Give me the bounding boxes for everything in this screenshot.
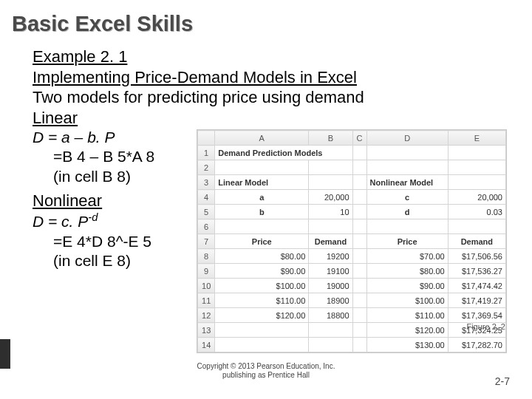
col-header-a[interactable]: A [215,131,309,146]
col-header-b[interactable]: B [309,131,352,146]
cell[interactable]: $17,419.27 [448,293,505,308]
cell[interactable] [215,323,309,338]
cell[interactable] [309,219,352,234]
cell[interactable]: 19200 [309,249,352,264]
cell[interactable] [352,160,366,175]
cell[interactable]: Nonlinear Model [366,175,448,190]
cell[interactable]: $80.00 [366,264,448,279]
table-row: 3 Linear Model Nonlinear Model [198,175,506,190]
cell[interactable]: 20,000 [448,190,505,205]
cell[interactable] [352,205,366,219]
cell[interactable] [352,249,366,264]
cell[interactable] [366,160,448,175]
cell[interactable]: c [366,190,448,205]
row-header[interactable]: 5 [198,205,215,219]
row-header[interactable]: 10 [198,279,215,293]
col-header-e[interactable]: E [448,131,505,146]
cell[interactable]: 19100 [309,264,352,279]
cell[interactable] [352,146,366,160]
cell[interactable]: Demand [309,234,352,249]
row-header[interactable]: 4 [198,190,215,205]
cell[interactable] [352,219,366,234]
row-header[interactable]: 9 [198,264,215,279]
cell[interactable]: $17,506.56 [448,249,505,264]
cell[interactable] [215,219,309,234]
row-header[interactable]: 11 [198,293,215,308]
cell[interactable] [352,234,366,249]
cell[interactable]: $120.00 [215,308,309,323]
cell[interactable]: $17,282.70 [448,338,505,352]
cell[interactable]: Price [215,234,309,249]
cell[interactable] [352,190,366,205]
table-row: 14 $130.00 $17,282.70 [198,338,506,352]
cell[interactable]: $100.00 [215,279,309,293]
copyright-line1: Copyright © 2013 Pearson Education, Inc. [197,362,335,370]
cell[interactable]: $17,369.54 [448,308,505,323]
cell[interactable]: 0.03 [448,205,505,219]
cell[interactable] [366,146,448,160]
cell[interactable] [352,279,366,293]
cell[interactable]: $70.00 [366,249,448,264]
cell[interactable] [352,323,366,338]
cell[interactable] [448,219,505,234]
row-header[interactable]: 6 [198,219,215,234]
cell[interactable]: Demand [448,234,505,249]
table-row: 6 [198,219,506,234]
excel-region: A B C D E 1 Demand Prediction Models 2 3… [197,129,507,353]
row-header[interactable]: 8 [198,249,215,264]
cell[interactable]: $17,536.27 [448,264,505,279]
row-header[interactable]: 12 [198,308,215,323]
cell[interactable] [309,160,352,175]
cell[interactable]: $80.00 [215,249,309,264]
cell[interactable]: Linear Model [215,175,309,190]
copyright-line2: publishing as Prentice Hall [222,371,310,379]
copyright: Copyright © 2013 Pearson Education, Inc.… [0,362,532,380]
cell[interactable]: a [215,190,309,205]
cell[interactable]: $110.00 [366,308,448,323]
cell[interactable] [352,338,366,352]
cell[interactable] [448,160,505,175]
cell[interactable] [352,293,366,308]
row-header[interactable]: 14 [198,338,215,352]
cell[interactable]: Price [366,234,448,249]
cell[interactable]: $90.00 [366,279,448,293]
cell[interactable]: 20,000 [309,190,352,205]
cell[interactable]: d [366,205,448,219]
cell[interactable] [448,146,505,160]
cell[interactable]: b [215,205,309,219]
col-header-d[interactable]: D [366,131,448,146]
cell[interactable]: $90.00 [215,264,309,279]
cell[interactable] [366,219,448,234]
cell[interactable] [309,175,352,190]
corner-select-all[interactable] [198,131,215,146]
cell[interactable] [448,175,505,190]
cell[interactable] [352,175,366,190]
row-header[interactable]: 13 [198,323,215,338]
cell[interactable] [352,264,366,279]
cell[interactable]: 18800 [309,308,352,323]
row-header[interactable]: 1 [198,146,215,160]
table-row: 10 $100.00 19000 $90.00 $17,474.42 [198,279,506,293]
cell[interactable]: $17,474.42 [448,279,505,293]
col-header-c[interactable]: C [352,131,366,146]
row-header[interactable]: 7 [198,234,215,249]
row-header[interactable]: 3 [198,175,215,190]
cell[interactable] [215,160,309,175]
cell[interactable]: 19000 [309,279,352,293]
cell[interactable]: Demand Prediction Models [215,146,352,160]
excel-table: A B C D E 1 Demand Prediction Models 2 3… [197,130,506,352]
cell[interactable] [309,338,352,352]
cell[interactable] [309,323,352,338]
cell[interactable] [215,338,309,352]
page-title: Basic Excel Skills [12,12,532,36]
table-row: 4 a 20,000 c 20,000 [198,190,506,205]
row-header[interactable]: 2 [198,160,215,175]
cell[interactable]: 18900 [309,293,352,308]
cell[interactable]: $130.00 [366,338,448,352]
cell[interactable]: 10 [309,205,352,219]
slide-number: 2-7 [495,375,510,387]
cell[interactable]: $120.00 [366,323,448,338]
cell[interactable]: $110.00 [215,293,309,308]
cell[interactable] [352,308,366,323]
cell[interactable]: $100.00 [366,293,448,308]
